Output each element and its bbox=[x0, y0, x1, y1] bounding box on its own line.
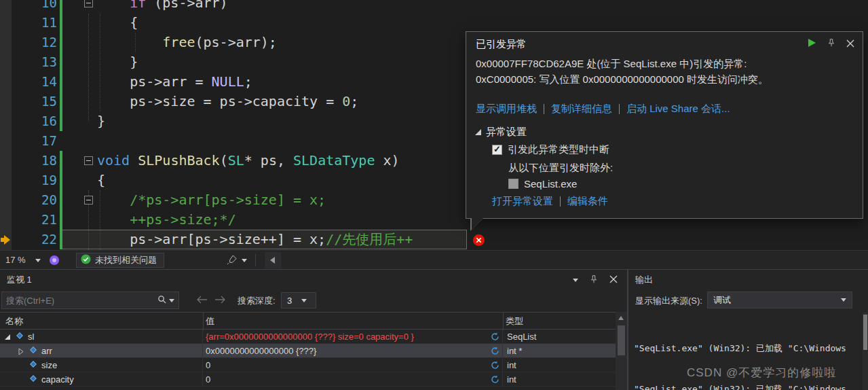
fold-toggle-icon[interactable] bbox=[84, 0, 93, 7]
copy-details-link[interactable]: 复制详细信息 bbox=[551, 103, 612, 116]
watch-value-cell[interactable]: 0 bbox=[203, 358, 503, 372]
change-tracking-bar bbox=[60, 92, 62, 111]
output-line: "SeqList.exe" (Win32): 已加载 "C:\Windows bbox=[634, 383, 861, 390]
watch-value-cell[interactable]: 0 bbox=[203, 372, 503, 387]
refresh-icon[interactable] bbox=[491, 361, 499, 370]
watch-panel: 监视 1 搜索深度: 3 bbox=[0, 270, 627, 390]
expander-open-icon[interactable] bbox=[4, 334, 12, 340]
watch-value-cell[interactable]: {arr=0x0000000000000000 {???} size=0 cap… bbox=[203, 330, 503, 344]
code-text: void SLPushBack(SL* ps, SLDataType x) bbox=[97, 151, 400, 171]
error-icon[interactable] bbox=[473, 234, 485, 246]
purple-status-icon[interactable] bbox=[49, 255, 60, 268]
refresh-icon[interactable] bbox=[491, 375, 499, 384]
show-callstack-link[interactable]: 显示调用堆栈 bbox=[476, 103, 537, 116]
line-number: 20 bbox=[0, 190, 57, 210]
variable-icon bbox=[29, 360, 37, 370]
expander-closed-icon[interactable] bbox=[18, 348, 25, 355]
zoom-control[interactable]: 17 % bbox=[5, 255, 26, 265]
code-text: if (ps->arr) bbox=[97, 0, 228, 13]
code-segment: SL bbox=[228, 152, 244, 169]
search-icon[interactable] bbox=[157, 295, 166, 306]
continue-button[interactable] bbox=[807, 38, 816, 50]
module-exclude-checkbox[interactable] bbox=[508, 179, 518, 189]
watch-row[interactable]: arr 0x0000000000000000 {???} int * bbox=[0, 344, 616, 358]
code-text: { bbox=[97, 171, 105, 190]
watch-panel-title: 监视 1 bbox=[7, 274, 32, 286]
refresh-icon[interactable] bbox=[491, 347, 499, 355]
code-cleanup-icon[interactable] bbox=[227, 255, 237, 267]
search-depth-value: 3 bbox=[287, 296, 292, 306]
scroll-up-icon[interactable] bbox=[618, 316, 624, 320]
search-box[interactable] bbox=[1, 291, 179, 309]
chevron-down-icon[interactable] bbox=[35, 259, 41, 262]
code-segment: } bbox=[97, 113, 105, 129]
code-text: ps->arr = NULL; bbox=[97, 72, 252, 92]
code-segment: NULL bbox=[212, 73, 244, 90]
break-on-exception-checkbox[interactable] bbox=[492, 145, 502, 155]
scrollbar-thumb[interactable] bbox=[618, 325, 625, 355]
line-number: 18 bbox=[0, 151, 57, 171]
watch-name: sl bbox=[28, 332, 34, 342]
pin-icon[interactable] bbox=[827, 38, 836, 50]
open-exception-settings-link[interactable]: 打开异常设置 bbox=[492, 195, 553, 208]
watch-search-row: 搜索深度: 3 bbox=[0, 289, 627, 312]
exception-settings-section-header[interactable]: 异常设置 bbox=[475, 126, 527, 139]
column-header-value[interactable]: 值 bbox=[206, 315, 214, 327]
column-resizer[interactable] bbox=[203, 313, 204, 330]
edit-condition-link[interactable]: 编辑条件 bbox=[567, 195, 608, 208]
watch-scrollbar[interactable] bbox=[616, 312, 627, 390]
code-line[interactable]: 11 { bbox=[0, 13, 868, 33]
watch-value: 0x0000000000000000 {???} bbox=[206, 346, 316, 356]
search-input[interactable] bbox=[2, 296, 157, 306]
chevron-down-icon[interactable] bbox=[242, 259, 247, 262]
pin-icon[interactable] bbox=[589, 274, 599, 286]
code-text: /*ps->arr[ps->size] = x; bbox=[97, 190, 326, 210]
code-segment: { bbox=[97, 172, 105, 188]
column-resizer[interactable] bbox=[503, 313, 504, 330]
column-header-type[interactable]: 类型 bbox=[506, 315, 523, 327]
code-line[interactable]: 10 if (ps->arr) bbox=[0, 0, 868, 13]
exception-popup-title: 已引发异常 bbox=[476, 38, 527, 51]
line-number: 13 bbox=[0, 52, 57, 72]
search-prev-icon[interactable] bbox=[197, 296, 208, 306]
scroll-left-button[interactable] bbox=[265, 252, 281, 268]
divider bbox=[544, 104, 544, 114]
line-number: 16 bbox=[0, 111, 57, 131]
watch-value-cell[interactable]: 0x0000000000000000 {???} bbox=[203, 344, 503, 358]
watch-type-cell: int * bbox=[503, 344, 616, 358]
column-header-name[interactable]: 名称 bbox=[5, 315, 23, 327]
fold-toggle-icon[interactable] bbox=[84, 196, 93, 205]
exception-message-line1: 0x00007FF78CD62A9E 处(位于 SeqList.exe 中)引发… bbox=[476, 58, 747, 71]
watch-row[interactable]: size 0 int bbox=[0, 358, 616, 372]
close-icon[interactable] bbox=[609, 275, 618, 285]
scrollbar-thumb[interactable] bbox=[863, 315, 867, 350]
watch-type-cell: int bbox=[503, 358, 616, 372]
watch-row[interactable]: capacity 0 int bbox=[0, 372, 616, 387]
close-icon[interactable] bbox=[846, 38, 854, 50]
watch-table-header: 名称 值 类型 bbox=[0, 312, 616, 330]
code-segment: ps->size = ps->capacity = bbox=[97, 93, 342, 109]
change-tracking-bar bbox=[60, 230, 62, 249]
code-segment: (ps->arr); bbox=[195, 34, 277, 50]
refresh-icon[interactable] bbox=[491, 332, 499, 341]
search-next-icon[interactable] bbox=[214, 296, 225, 306]
code-text: ++ps->size;*/ bbox=[97, 210, 236, 230]
fold-toggle-icon[interactable] bbox=[84, 156, 93, 165]
code-segment: ++ps->size;*/ bbox=[97, 211, 236, 228]
start-liveshare-link[interactable]: 启动 Live Share 会话... bbox=[626, 103, 730, 116]
expander-open-icon bbox=[475, 129, 481, 135]
change-tracking-bar bbox=[60, 111, 62, 131]
code-segment: ( bbox=[220, 152, 228, 169]
code-segment: * ps, bbox=[244, 152, 293, 169]
output-source-dropdown[interactable]: 调试 bbox=[707, 291, 852, 308]
window-position-icon[interactable] bbox=[573, 279, 578, 282]
divider bbox=[560, 196, 561, 207]
line-number: 17 bbox=[0, 131, 57, 151]
search-depth-dropdown[interactable]: 3 bbox=[281, 292, 316, 308]
document-health-indicator[interactable]: 未找到相关问题 bbox=[76, 253, 164, 268]
chevron-down-icon[interactable] bbox=[169, 299, 174, 302]
output-scrollbar[interactable] bbox=[863, 312, 868, 390]
code-line[interactable]: 22 ps->arr[ps->size++] = x;//先使用后++ bbox=[0, 230, 868, 249]
watch-row[interactable]: sl {arr=0x0000000000000000 {???} size=0 … bbox=[0, 330, 616, 344]
code-text: } bbox=[97, 52, 138, 72]
